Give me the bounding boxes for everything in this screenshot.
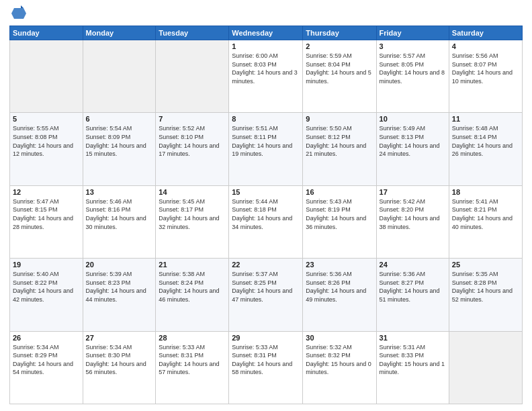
- calendar-cell: 9Sunrise: 5:50 AMSunset: 8:12 PMDaylight…: [303, 113, 376, 185]
- calendar-cell: 24Sunrise: 5:36 AMSunset: 8:27 PMDayligh…: [376, 259, 449, 331]
- header: [9, 7, 523, 21]
- calendar-cell: 25Sunrise: 5:35 AMSunset: 8:28 PMDayligh…: [449, 259, 522, 331]
- weekday-header-sunday: Sunday: [10, 26, 83, 40]
- day-info: Sunrise: 5:33 AMSunset: 8:31 PMDaylight:…: [232, 343, 300, 377]
- calendar-cell: 23Sunrise: 5:36 AMSunset: 8:26 PMDayligh…: [303, 259, 376, 331]
- calendar-cell: 14Sunrise: 5:45 AMSunset: 8:17 PMDayligh…: [156, 185, 229, 258]
- calendar-cell: 20Sunrise: 5:39 AMSunset: 8:23 PMDayligh…: [83, 259, 156, 331]
- calendar-cell: 12Sunrise: 5:47 AMSunset: 8:15 PMDayligh…: [10, 185, 83, 258]
- day-number: 6: [86, 115, 153, 123]
- day-info: Sunrise: 5:37 AMSunset: 8:25 PMDaylight:…: [232, 270, 300, 304]
- calendar-cell: 3Sunrise: 5:57 AMSunset: 8:05 PMDaylight…: [376, 40, 449, 113]
- calendar-cell: 11Sunrise: 5:48 AMSunset: 8:14 PMDayligh…: [449, 113, 522, 185]
- day-info: Sunrise: 5:39 AMSunset: 8:23 PMDaylight:…: [86, 270, 153, 304]
- day-info: Sunrise: 5:41 AMSunset: 8:21 PMDaylight:…: [452, 197, 519, 231]
- day-info: Sunrise: 5:44 AMSunset: 8:18 PMDaylight:…: [232, 197, 300, 231]
- day-info: Sunrise: 5:55 AMSunset: 8:08 PMDaylight:…: [13, 124, 80, 158]
- calendar-cell: [83, 40, 156, 113]
- day-info: Sunrise: 5:32 AMSunset: 8:32 PMDaylight:…: [306, 343, 373, 377]
- page: SundayMondayTuesdayWednesdayThursdayFrid…: [0, 0, 532, 411]
- calendar-cell: 27Sunrise: 5:34 AMSunset: 8:30 PMDayligh…: [83, 331, 156, 404]
- calendar-cell: [10, 40, 83, 113]
- day-number: 9: [306, 115, 373, 123]
- day-info: Sunrise: 5:36 AMSunset: 8:26 PMDaylight:…: [306, 270, 373, 304]
- day-info: Sunrise: 5:40 AMSunset: 8:22 PMDaylight:…: [13, 270, 80, 304]
- day-number: 24: [380, 261, 446, 269]
- day-number: 11: [452, 115, 519, 123]
- day-info: Sunrise: 5:45 AMSunset: 8:17 PMDaylight:…: [159, 197, 226, 231]
- day-number: 15: [232, 188, 300, 196]
- calendar-cell: 4Sunrise: 5:56 AMSunset: 8:07 PMDaylight…: [449, 40, 522, 113]
- day-number: 21: [159, 261, 226, 269]
- day-number: 26: [13, 334, 80, 342]
- day-info: Sunrise: 5:59 AMSunset: 8:04 PMDaylight:…: [306, 52, 373, 85]
- day-number: 4: [452, 42, 519, 50]
- day-info: Sunrise: 5:42 AMSunset: 8:20 PMDaylight:…: [380, 197, 446, 231]
- day-number: 23: [306, 261, 373, 269]
- day-info: Sunrise: 5:38 AMSunset: 8:24 PMDaylight:…: [159, 270, 226, 304]
- day-info: Sunrise: 5:36 AMSunset: 8:27 PMDaylight:…: [380, 270, 446, 304]
- calendar-cell: 31Sunrise: 5:31 AMSunset: 8:33 PMDayligh…: [376, 331, 449, 404]
- day-number: 13: [86, 188, 153, 196]
- calendar-cell: [156, 40, 229, 113]
- calendar-cell: 29Sunrise: 5:33 AMSunset: 8:31 PMDayligh…: [229, 331, 303, 404]
- calendar-cell: 26Sunrise: 5:34 AMSunset: 8:29 PMDayligh…: [10, 331, 83, 404]
- day-info: Sunrise: 5:33 AMSunset: 8:31 PMDaylight:…: [159, 343, 226, 377]
- calendar-cell: 13Sunrise: 5:46 AMSunset: 8:16 PMDayligh…: [83, 185, 156, 258]
- day-info: Sunrise: 6:00 AMSunset: 8:03 PMDaylight:…: [232, 52, 300, 85]
- calendar-cell: 18Sunrise: 5:41 AMSunset: 8:21 PMDayligh…: [449, 185, 522, 258]
- calendar-cell: 21Sunrise: 5:38 AMSunset: 8:24 PMDayligh…: [156, 259, 229, 331]
- calendar-cell: 5Sunrise: 5:55 AMSunset: 8:08 PMDaylight…: [10, 113, 83, 185]
- day-number: 17: [380, 188, 446, 196]
- calendar-cell: 28Sunrise: 5:33 AMSunset: 8:31 PMDayligh…: [156, 331, 229, 404]
- calendar-cell: 15Sunrise: 5:44 AMSunset: 8:18 PMDayligh…: [229, 185, 303, 258]
- weekday-header-friday: Friday: [376, 26, 449, 40]
- calendar-cell: 30Sunrise: 5:32 AMSunset: 8:32 PMDayligh…: [303, 331, 376, 404]
- weekday-header-tuesday: Tuesday: [156, 26, 229, 40]
- day-number: 30: [306, 334, 373, 342]
- svg-marker-0: [11, 8, 26, 19]
- day-number: 7: [159, 115, 226, 123]
- day-info: Sunrise: 5:35 AMSunset: 8:28 PMDaylight:…: [452, 270, 519, 304]
- day-number: 1: [232, 42, 300, 50]
- weekday-header-monday: Monday: [83, 26, 156, 40]
- day-info: Sunrise: 5:50 AMSunset: 8:12 PMDaylight:…: [306, 124, 373, 158]
- day-number: 25: [452, 261, 519, 269]
- day-info: Sunrise: 5:49 AMSunset: 8:13 PMDaylight:…: [380, 124, 446, 158]
- day-number: 31: [380, 334, 446, 342]
- calendar-cell: 2Sunrise: 5:59 AMSunset: 8:04 PMDaylight…: [303, 40, 376, 113]
- calendar-cell: 19Sunrise: 5:40 AMSunset: 8:22 PMDayligh…: [10, 259, 83, 331]
- day-info: Sunrise: 5:54 AMSunset: 8:09 PMDaylight:…: [86, 124, 153, 158]
- day-info: Sunrise: 5:46 AMSunset: 8:16 PMDaylight:…: [86, 197, 153, 231]
- day-info: Sunrise: 5:34 AMSunset: 8:29 PMDaylight:…: [13, 343, 80, 377]
- calendar-cell: 16Sunrise: 5:43 AMSunset: 8:19 PMDayligh…: [303, 185, 376, 258]
- calendar-cell: 6Sunrise: 5:54 AMSunset: 8:09 PMDaylight…: [83, 113, 156, 185]
- day-info: Sunrise: 5:52 AMSunset: 8:10 PMDaylight:…: [159, 124, 226, 158]
- logo: [9, 7, 26, 21]
- day-number: 16: [306, 188, 373, 196]
- day-info: Sunrise: 5:57 AMSunset: 8:05 PMDaylight:…: [380, 52, 446, 85]
- day-number: 27: [86, 334, 153, 342]
- day-number: 3: [380, 42, 446, 50]
- calendar-table: SundayMondayTuesdayWednesdayThursdayFrid…: [9, 26, 523, 404]
- calendar-cell: 1Sunrise: 6:00 AMSunset: 8:03 PMDaylight…: [229, 40, 303, 113]
- day-number: 29: [232, 334, 300, 342]
- weekday-header-saturday: Saturday: [449, 26, 522, 40]
- calendar-cell: 10Sunrise: 5:49 AMSunset: 8:13 PMDayligh…: [376, 113, 449, 185]
- day-info: Sunrise: 5:47 AMSunset: 8:15 PMDaylight:…: [13, 197, 80, 231]
- day-info: Sunrise: 5:34 AMSunset: 8:30 PMDaylight:…: [86, 343, 153, 377]
- weekday-header-thursday: Thursday: [303, 26, 376, 40]
- calendar-cell: 17Sunrise: 5:42 AMSunset: 8:20 PMDayligh…: [376, 185, 449, 258]
- calendar-cell: 22Sunrise: 5:37 AMSunset: 8:25 PMDayligh…: [229, 259, 303, 331]
- day-info: Sunrise: 5:56 AMSunset: 8:07 PMDaylight:…: [452, 52, 519, 85]
- day-number: 18: [452, 188, 519, 196]
- day-number: 5: [13, 115, 80, 123]
- day-number: 19: [13, 261, 80, 269]
- day-number: 2: [306, 42, 373, 50]
- day-info: Sunrise: 5:51 AMSunset: 8:11 PMDaylight:…: [232, 124, 300, 158]
- day-number: 22: [232, 261, 300, 269]
- calendar-cell: 7Sunrise: 5:52 AMSunset: 8:10 PMDaylight…: [156, 113, 229, 185]
- day-info: Sunrise: 5:43 AMSunset: 8:19 PMDaylight:…: [306, 197, 373, 231]
- day-number: 10: [380, 115, 446, 123]
- day-info: Sunrise: 5:48 AMSunset: 8:14 PMDaylight:…: [452, 124, 519, 158]
